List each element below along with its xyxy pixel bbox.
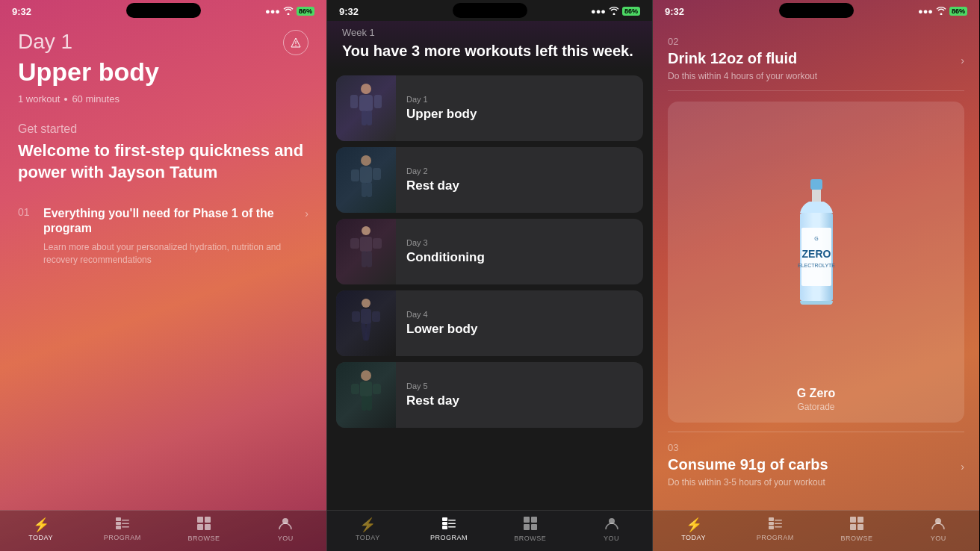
you-icon-2: [605, 517, 618, 532]
svg-rect-55: [812, 190, 821, 202]
nav-you-1[interactable]: YOU: [245, 517, 326, 542]
wifi-icon-3: [936, 7, 946, 16]
svg-rect-8: [197, 517, 203, 523]
workout-count: 1 workout: [18, 93, 60, 105]
svg-rect-26: [360, 237, 372, 252]
today-icon-2: ⚡: [359, 518, 376, 532]
today-panel: 9:32 ●●● 86% Day 1 Upper body: [0, 0, 326, 551]
day-card-1[interactable]: Day 1 Upper body: [336, 75, 643, 141]
svg-rect-18: [367, 110, 372, 125]
program-header: Week 1 You have 3 more workouts left thi…: [327, 21, 652, 69]
product-card[interactable]: ZERO ELECTROLYTE G G Zero: [668, 102, 964, 423]
svg-rect-15: [350, 95, 358, 108]
svg-rect-6: [122, 523, 129, 525]
nutrition-subtitle-02: Do this within 4 hours of your workout: [668, 70, 964, 83]
svg-rect-44: [442, 522, 447, 525]
svg-rect-66: [775, 526, 782, 528]
day-card-day-4: Day 4: [406, 310, 633, 319]
svg-rect-68: [858, 517, 863, 523]
svg-rect-65: [775, 523, 782, 525]
day-card-image-5: [336, 362, 396, 428]
nutrition-item-02[interactable]: 02 Drink 12oz of fluid › Do this within …: [668, 28, 964, 91]
browse-icon-1: [197, 517, 211, 532]
nav-program-2[interactable]: PROGRAM: [409, 517, 490, 541]
wifi-icon-1: [283, 7, 294, 16]
day-card-name-3: Conditioning: [406, 250, 633, 265]
program-icon-2: [442, 517, 456, 532]
program-icon-3: [769, 517, 782, 532]
nutrition-title-02: Drink 12oz of fluid: [668, 50, 797, 67]
nav-program-1[interactable]: PROGRAM: [81, 517, 163, 541]
svg-rect-52: [531, 524, 537, 530]
today-label-2: TODAY: [356, 534, 380, 541]
browse-label-3: BROWSE: [841, 535, 873, 542]
nav-today-3[interactable]: ⚡ TODAY: [653, 518, 734, 541]
svg-rect-64: [775, 520, 782, 521]
program-label-1: PROGRAM: [104, 534, 141, 541]
today-label-1: TODAY: [28, 534, 53, 541]
svg-rect-2: [116, 517, 121, 521]
task-title-01: Everything you'll need for Phase 1 of th…: [43, 206, 294, 237]
task-subtitle-01: Learn more about your personalized hydra…: [43, 241, 294, 267]
svg-rect-23: [362, 182, 367, 197]
svg-rect-51: [524, 524, 530, 530]
signal-icon-3: ●●●: [918, 7, 933, 16]
day-card-name-2: Rest day: [406, 178, 633, 193]
nav-program-3[interactable]: PROGRAM: [734, 517, 816, 541]
week-subtitle: You have 3 more workouts left this week.: [342, 41, 637, 60]
you-icon-1: [279, 517, 292, 532]
nav-browse-1[interactable]: BROWSE: [164, 517, 245, 542]
nav-browse-2[interactable]: BROWSE: [490, 517, 571, 542]
nav-you-3[interactable]: YOU: [898, 517, 979, 542]
today-icon-1: ⚡: [33, 518, 49, 532]
svg-rect-33: [352, 311, 360, 322]
program-icon-1: [116, 517, 129, 532]
nutrition-num-02: 02: [668, 36, 964, 47]
status-icons-1: ●●● 86%: [265, 7, 314, 16]
today-content: Day 1 Upper body 1 workout 60 minutes Ge…: [0, 21, 326, 510]
nutrition-item-03[interactable]: 03 Consume 91g of carbs › Do this within…: [668, 435, 964, 496]
nutrition-arrow-03: ›: [961, 461, 964, 473]
you-label-1: YOU: [278, 535, 294, 542]
status-bar-1: 9:32 ●●● 86%: [0, 0, 326, 21]
svg-rect-24: [367, 182, 372, 197]
svg-rect-14: [359, 95, 373, 111]
rest-day-2-figure: [336, 362, 396, 428]
alert-icon[interactable]: [283, 30, 308, 55]
day-header: Day 1: [18, 30, 308, 55]
day-card-2[interactable]: Day 2 Rest day: [336, 147, 643, 213]
nutrition-num-03: 03: [668, 442, 964, 453]
day-card-name-1: Upper body: [406, 107, 633, 122]
nav-today-1[interactable]: ⚡ TODAY: [0, 518, 81, 541]
browse-icon-2: [524, 517, 537, 532]
task-item-01[interactable]: 01 Everything you'll need for Phase 1 of…: [18, 199, 308, 274]
svg-rect-7: [122, 526, 129, 528]
svg-point-25: [362, 226, 370, 235]
nav-browse-3[interactable]: BROWSE: [816, 517, 898, 542]
nav-you-2[interactable]: YOU: [571, 517, 652, 542]
day-card-5[interactable]: Day 5 Rest day: [336, 362, 643, 428]
battery-2: 86%: [622, 7, 640, 16]
nav-today-2[interactable]: ⚡ TODAY: [327, 518, 409, 541]
browse-label-1: BROWSE: [188, 535, 220, 542]
svg-rect-67: [850, 517, 856, 523]
camera-pill-2: [453, 3, 527, 18]
rest-day-1-figure: [336, 147, 396, 213]
divider: [668, 432, 964, 432]
bottle-svg: ZERO ELECTROLYTE G: [794, 179, 839, 314]
you-label-3: YOU: [931, 535, 946, 542]
you-label-2: YOU: [604, 535, 619, 542]
svg-rect-40: [373, 384, 381, 394]
program-label-3: PROGRAM: [757, 534, 794, 541]
svg-point-13: [361, 84, 371, 94]
today-icon-3: ⚡: [686, 518, 702, 532]
svg-rect-21: [351, 169, 359, 181]
day-card-day-1: Day 1: [406, 95, 633, 104]
bottom-nav-1: ⚡ TODAY PROGRAM: [0, 510, 326, 551]
day-card-4[interactable]: Day 4 Lower body: [336, 290, 643, 356]
day-card-name-5: Rest day: [406, 393, 633, 408]
day-card-3[interactable]: Day 3 Conditioning: [336, 219, 643, 284]
meta-dot: [64, 98, 67, 101]
svg-rect-38: [360, 382, 372, 396]
svg-rect-9: [205, 517, 211, 523]
